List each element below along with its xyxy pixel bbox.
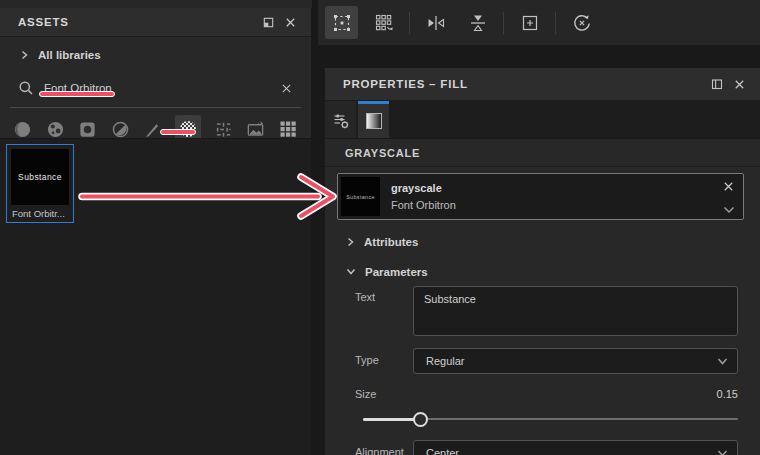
alignment-field-row: Alignment Center xyxy=(325,440,760,455)
grayscale-section-title: GRAYSCALE xyxy=(345,147,420,159)
alignment-select-value: Center xyxy=(426,447,717,455)
smart-material-icon xyxy=(46,120,65,139)
layout-icon xyxy=(710,77,724,91)
projection-toolbar xyxy=(318,0,760,45)
breadcrumb-label: All libraries xyxy=(38,49,101,61)
toolbar-separator xyxy=(503,12,504,34)
properties-panel-title: PROPERTIES – FILL xyxy=(343,78,706,90)
size-field-label: Size xyxy=(355,388,717,400)
close-icon xyxy=(280,82,293,95)
annotation-underline-search xyxy=(39,91,115,97)
transform-manipulator-button[interactable] xyxy=(325,6,358,39)
type-field-label: Type xyxy=(355,348,413,366)
parameters-group-toggle[interactable]: Parameters xyxy=(325,263,760,280)
chevron-down-icon xyxy=(346,267,356,276)
symmetry-y-button[interactable] xyxy=(461,6,494,39)
settings-sliders-icon xyxy=(332,112,350,130)
symmetry-y-icon xyxy=(467,12,489,34)
noise-pattern-icon xyxy=(214,120,233,139)
library-breadcrumb[interactable]: All libraries xyxy=(0,37,311,71)
alignment-select[interactable]: Center xyxy=(413,440,738,455)
top-strip xyxy=(0,0,312,8)
alignment-field-label: Alignment xyxy=(355,440,413,455)
asset-thumbnail: Substance xyxy=(11,149,69,205)
properties-panel-header: PROPERTIES – FILL xyxy=(325,68,760,101)
material-sphere-icon xyxy=(13,120,32,139)
frame-center-icon xyxy=(519,12,541,34)
properties-panel: PROPERTIES – FILL GRAYSCALE Substance xyxy=(325,68,760,455)
attributes-group-toggle[interactable]: Attributes xyxy=(325,233,760,250)
assets-panel: ASSETS All libraries xyxy=(0,8,311,455)
chevron-down-icon xyxy=(717,358,728,365)
size-field-row: Size 0.15 xyxy=(325,388,760,400)
layout-panel-button[interactable] xyxy=(706,73,728,95)
dock-icon xyxy=(262,16,275,29)
close-icon xyxy=(733,78,746,91)
remove-resource-icon[interactable] xyxy=(722,180,735,193)
parameters-group-label: Parameters xyxy=(365,266,428,278)
smart-mask-icon xyxy=(78,120,97,139)
asset-thumbnail-text: Substance xyxy=(18,172,62,182)
size-slider-handle[interactable] xyxy=(413,412,428,427)
close-assets-button[interactable] xyxy=(279,11,301,33)
text-field-label: Text xyxy=(355,286,413,303)
chevron-down-icon xyxy=(717,450,728,455)
close-icon xyxy=(284,16,297,29)
text-input[interactable]: Substance xyxy=(413,286,738,336)
asset-label: Font Orbitr... xyxy=(7,205,73,219)
close-properties-button[interactable] xyxy=(728,73,750,95)
symmetry-x-button[interactable] xyxy=(419,6,452,39)
tiling-mode-button[interactable] xyxy=(367,6,400,39)
type-select[interactable]: Regular xyxy=(413,348,738,374)
transform-marquee-icon xyxy=(331,12,353,34)
grayscale-resource-slot[interactable]: Substance grayscale Font Orbitron xyxy=(337,173,744,220)
assets-grid: Substance Font Orbitr... xyxy=(0,138,311,455)
brush-icon xyxy=(143,120,162,139)
toolbar-separator xyxy=(409,12,410,34)
clear-search-button[interactable] xyxy=(275,77,297,99)
type-field-row: Type Regular xyxy=(325,348,760,374)
toolbar-separator xyxy=(555,12,556,34)
tab-settings[interactable] xyxy=(325,101,356,138)
reset-parameters-button[interactable] xyxy=(565,6,598,39)
text-field-row: Text Substance xyxy=(325,286,760,336)
slider-fill xyxy=(363,418,419,421)
chevron-right-icon xyxy=(346,237,355,247)
reset-icon xyxy=(571,12,593,34)
resource-slot-buttons xyxy=(722,180,735,214)
asset-tile-font-orbitron[interactable]: Substance Font Orbitr... xyxy=(6,144,74,223)
frame-center-button[interactable] xyxy=(513,6,546,39)
properties-tabs xyxy=(325,101,760,139)
tab-grayscale[interactable] xyxy=(358,101,389,138)
resource-info: grayscale Font Orbitron xyxy=(380,182,722,211)
assets-panel-title: ASSETS xyxy=(18,16,257,28)
tiling-grid-icon xyxy=(373,12,395,34)
size-value[interactable]: 0.15 xyxy=(717,388,738,400)
dock-panel-button[interactable] xyxy=(257,11,279,33)
grid-view-icon xyxy=(278,119,298,139)
substance-painter-ui: ASSETS All libraries xyxy=(0,0,760,455)
filter-icon xyxy=(111,120,130,139)
resource-channel-label: grayscale xyxy=(391,182,722,194)
bitmap-image-icon xyxy=(246,120,265,139)
search-icon xyxy=(18,80,34,96)
assets-panel-header: ASSETS xyxy=(0,8,311,37)
chevron-down-icon[interactable] xyxy=(723,206,735,214)
annotation-underline-procedural xyxy=(160,129,196,135)
chevron-right-icon xyxy=(20,50,29,60)
resource-thumbnail: Substance xyxy=(341,177,380,216)
resource-thumbnail-text: Substance xyxy=(346,194,375,200)
attributes-group-label: Attributes xyxy=(364,236,418,248)
size-slider[interactable] xyxy=(363,412,738,426)
symmetry-x-icon xyxy=(425,12,447,34)
grayscale-gradient-icon xyxy=(365,112,383,130)
type-select-value: Regular xyxy=(426,355,717,367)
grayscale-section-header: GRAYSCALE xyxy=(325,139,760,167)
resource-name-label: Font Orbitron xyxy=(391,199,722,211)
